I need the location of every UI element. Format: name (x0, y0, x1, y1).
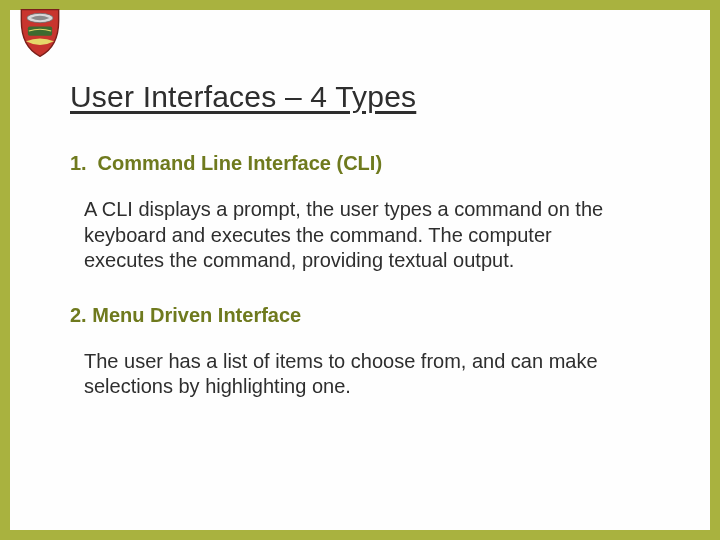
svg-rect-1 (28, 26, 52, 35)
section-1-body: A CLI displays a prompt, the user types … (84, 197, 624, 274)
slide-content: User Interfaces – 4 Types 1. Command Lin… (70, 80, 650, 430)
school-crest-logo (12, 4, 68, 60)
slide-title: User Interfaces – 4 Types (70, 80, 650, 114)
section-2-title: Menu Driven Interface (92, 304, 301, 326)
section-2-body: The user has a list of items to choose f… (84, 349, 624, 400)
slide: User Interfaces – 4 Types 1. Command Lin… (0, 0, 720, 540)
list-number-1: 1. (70, 152, 92, 175)
list-number-2: 2. (70, 304, 87, 326)
section-1-heading: 1. Command Line Interface (CLI) (70, 152, 650, 175)
section-1-title: Command Line Interface (CLI) (98, 152, 382, 174)
section-2-heading: 2. Menu Driven Interface (70, 304, 650, 327)
